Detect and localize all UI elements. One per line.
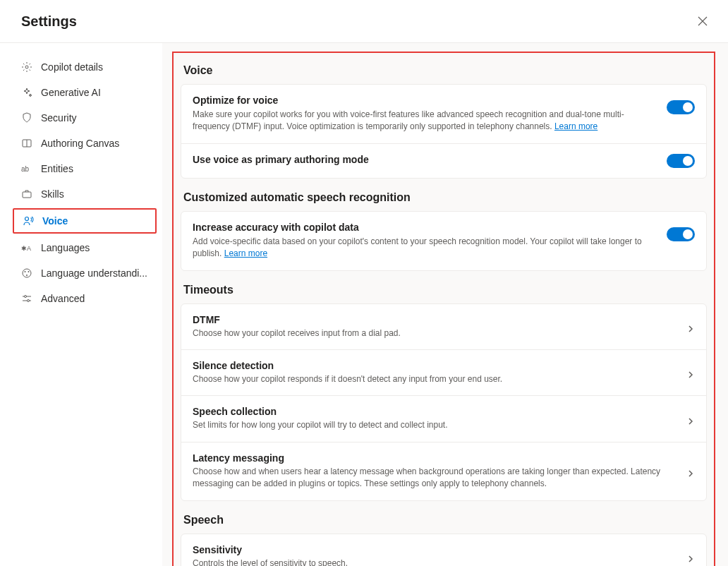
accuracy-learn-more-link[interactable]: Learn more [224,248,267,258]
accuracy-title: Increase accuracy with copilot data [193,222,655,233]
svg-point-10 [26,275,28,276]
sidebar-item-copilot-details[interactable]: Copilot details [13,56,157,78]
svg-point-14 [28,300,30,302]
silence-title: Silence detection [193,360,675,371]
timeout-row-latency[interactable]: Latency messaging Choose how and when us… [181,442,706,500]
sidebar-item-generative-ai[interactable]: Generative AI [13,81,157,104]
sparkle-icon [21,87,32,98]
close-button[interactable] [694,13,711,30]
languages-icon: ✱A [21,242,32,253]
sidebar-nav: Copilot details Generative AI Security A… [0,43,162,566]
section-title-casr: Customized automatic speech recognition [183,191,705,204]
latency-desc: Choose how and when users hear a latency… [193,466,675,490]
sliders-icon [21,293,32,304]
primary-authoring-row: Use voice as primary authoring mode [181,143,706,178]
chevron-right-icon [686,417,695,426]
entities-icon: ab [21,163,32,174]
chevron-right-icon [686,469,695,478]
svg-point-7 [23,269,31,277]
timeout-row-speech-collection[interactable]: Speech collection Set limits for how lon… [181,395,706,441]
gear-icon [21,61,32,73]
sidebar-item-label: Advanced [41,293,85,304]
sidebar-item-voice[interactable]: Voice [13,208,157,234]
sidebar-item-label: Copilot details [41,61,103,73]
brain-icon [21,267,32,279]
main-content: Voice Optimize for voice Make sure your … [162,43,728,566]
chevron-right-icon [686,371,695,379]
sensitivity-desc: Controls the level of sensitivity to spe… [193,558,675,566]
svg-text:✱A: ✱A [21,245,31,252]
sidebar-item-advanced[interactable]: Advanced [13,287,157,310]
svg-point-13 [25,296,27,298]
optimize-learn-more-link[interactable]: Learn more [554,121,597,131]
speechcol-desc: Set limits for how long your copilot wil… [193,419,675,431]
header: Settings [0,0,728,43]
sidebar-item-skills[interactable]: Skills [13,183,157,205]
sidebar-item-label: Voice [42,215,68,227]
section-title-voice: Voice [183,64,705,77]
speech-card: Sensitivity Controls the level of sensit… [181,534,707,566]
svg-text:ab: ab [21,165,30,173]
page-title: Settings [21,13,77,30]
speech-row-sensitivity[interactable]: Sensitivity Controls the level of sensit… [181,534,706,566]
silence-desc: Choose how your copilot responds if it d… [193,373,675,385]
sidebar-item-label: Language understandi... [41,267,147,279]
speechcol-title: Speech collection [193,406,675,417]
optimize-desc: Make sure your copilot works for you wit… [193,109,655,133]
timeout-row-silence[interactable]: Silence detection Choose how your copilo… [181,349,706,395]
sidebar-item-label: Security [41,112,77,124]
primary-toggle[interactable] [667,154,695,168]
timeouts-card: DTMF Choose how your copilot receives in… [181,303,707,501]
optimize-for-voice-row: Optimize for voice Make sure your copilo… [181,85,706,143]
accuracy-row: Increase accuracy with copilot data Add … [181,212,706,270]
highlight-box: Voice Optimize for voice Make sure your … [172,52,715,566]
section-title-speech: Speech [183,514,705,526]
shield-icon [21,112,32,124]
sidebar-item-languages[interactable]: ✱A Languages [13,236,157,259]
sidebar-item-label: Entities [41,163,73,174]
voice-card: Optimize for voice Make sure your copilo… [181,84,707,179]
sensitivity-title: Sensitivity [193,544,675,555]
sidebar-item-label: Generative AI [41,87,101,98]
optimize-title: Optimize for voice [193,95,655,106]
accuracy-toggle[interactable] [667,227,695,241]
sidebar-item-entities[interactable]: ab Entities [13,157,157,180]
svg-rect-4 [23,192,31,198]
svg-point-8 [25,271,26,272]
svg-point-9 [28,271,30,272]
chevron-right-icon [686,555,695,563]
canvas-icon [21,138,32,149]
primary-title: Use voice as primary authoring mode [193,154,655,165]
accuracy-desc: Add voice-specific data based on your co… [193,236,655,260]
sidebar-item-label: Languages [41,242,90,253]
sidebar-item-label: Authoring Canvas [41,138,119,149]
close-icon [698,16,708,26]
latency-title: Latency messaging [193,452,675,464]
voice-icon [23,215,34,227]
timeout-row-dtmf[interactable]: DTMF Choose how your copilot receives in… [181,304,706,349]
dtmf-title: DTMF [193,314,675,325]
sidebar-item-language-understanding[interactable]: Language understandi... [13,262,157,284]
sidebar-item-security[interactable]: Security [13,107,157,129]
section-title-timeouts: Timeouts [183,284,705,296]
sidebar-item-label: Skills [41,188,64,200]
chevron-right-icon [686,325,695,333]
svg-point-0 [25,66,28,68]
optimize-toggle[interactable] [667,100,695,114]
skills-icon [21,188,32,200]
dtmf-desc: Choose how your copilot receives input f… [193,327,675,339]
svg-point-5 [25,217,29,221]
sidebar-item-authoring-canvas[interactable]: Authoring Canvas [13,132,157,155]
casr-card: Increase accuracy with copilot data Add … [181,211,707,271]
